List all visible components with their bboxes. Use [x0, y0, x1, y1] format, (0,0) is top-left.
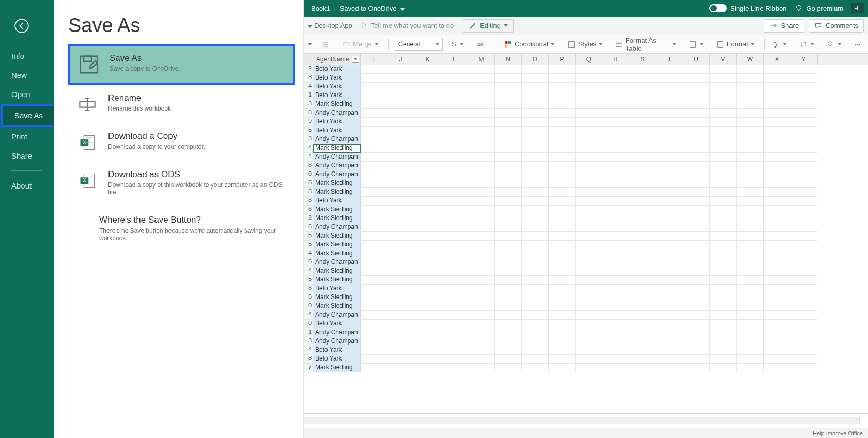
grid-cell[interactable] — [602, 249, 629, 258]
grid-cell[interactable] — [361, 267, 388, 276]
row-id-cell[interactable]: 8 — [304, 285, 313, 293]
grid-cell[interactable] — [522, 170, 549, 179]
grid-cell[interactable] — [629, 232, 656, 241]
grid-cell[interactable] — [656, 91, 683, 100]
grid-cell[interactable] — [549, 223, 576, 232]
column-header[interactable]: O — [522, 54, 549, 65]
grid-cell[interactable] — [414, 144, 441, 153]
tell-me-search[interactable]: Tell me what you want to do — [360, 22, 454, 30]
grid-cell[interactable] — [710, 223, 737, 232]
grid-cell[interactable] — [656, 311, 683, 320]
grid-cell[interactable] — [468, 197, 495, 206]
single-line-ribbon-toggle[interactable]: Single Line Ribbon — [709, 4, 786, 12]
grid-cell[interactable] — [361, 153, 388, 162]
grid-cell[interactable] — [468, 346, 495, 355]
grid-cell[interactable] — [388, 302, 414, 311]
grid-cell[interactable] — [683, 109, 710, 118]
grid-cell[interactable] — [549, 127, 576, 135]
grid-cell[interactable] — [468, 109, 495, 118]
table-row[interactable]: 8Beto Yark — [304, 285, 868, 293]
agent-name-cell[interactable]: Andy Champan — [313, 109, 361, 118]
grid-cell[interactable] — [602, 127, 629, 135]
option-download-ods[interactable]: X Download as ODS Download a copy of thi… — [68, 162, 295, 204]
grid-cell[interactable] — [549, 65, 576, 74]
grid-cell[interactable] — [710, 127, 737, 135]
column-header[interactable]: W — [737, 54, 764, 65]
grid-cell[interactable] — [737, 232, 764, 241]
grid-cell[interactable] — [629, 328, 656, 337]
grid-cell[interactable] — [361, 206, 388, 214]
grid-cell[interactable] — [656, 135, 683, 144]
grid-cell[interactable] — [495, 188, 522, 197]
row-id-cell[interactable]: 3 — [304, 135, 313, 144]
grid-cell[interactable] — [576, 144, 602, 153]
grid-cell[interactable] — [522, 65, 549, 74]
agent-name-cell[interactable]: Beto Yark — [313, 127, 361, 135]
column-header[interactable]: S — [629, 54, 656, 65]
agent-name-cell[interactable]: Beto Yark — [313, 118, 361, 127]
grid-cell[interactable] — [764, 162, 791, 170]
table-row[interactable]: 3Mark Siedling — [304, 100, 868, 109]
grid-cell[interactable] — [361, 328, 388, 337]
grid-cell[interactable] — [522, 249, 549, 258]
grid-cell[interactable] — [522, 241, 549, 249]
grid-cell[interactable] — [576, 91, 602, 100]
grid-cell[interactable] — [629, 170, 656, 179]
row-id-cell[interactable]: 4 — [304, 249, 313, 258]
grid-cell[interactable] — [602, 170, 629, 179]
grid-cell[interactable] — [522, 153, 549, 162]
grid-cell[interactable] — [791, 311, 817, 320]
more-button[interactable]: ⋯ — [851, 39, 864, 50]
table-row[interactable]: 5Andy Champan — [304, 223, 868, 232]
grid-cell[interactable] — [361, 109, 388, 118]
grid-cell[interactable] — [549, 320, 576, 328]
grid-cell[interactable] — [495, 118, 522, 127]
grid-cell[interactable] — [441, 109, 468, 118]
grid-cell[interactable] — [656, 109, 683, 118]
grid-cell[interactable] — [361, 135, 388, 144]
grid-cell[interactable] — [388, 267, 414, 276]
grid-cell[interactable] — [576, 197, 602, 206]
grid-cell[interactable] — [791, 241, 817, 249]
grid-cell[interactable] — [791, 267, 817, 276]
grid-cell[interactable] — [441, 144, 468, 153]
grid-cell[interactable] — [791, 232, 817, 241]
grid-cell[interactable] — [710, 364, 737, 372]
grid-cell[interactable] — [549, 276, 576, 285]
grid-cell[interactable] — [737, 214, 764, 223]
grid-cell[interactable] — [710, 293, 737, 302]
row-id-cell[interactable]: 9 — [304, 118, 313, 127]
grid-cell[interactable] — [764, 232, 791, 241]
grid-cell[interactable] — [764, 267, 791, 276]
row-id-cell[interactable]: 8 — [304, 162, 313, 170]
grid-cell[interactable] — [602, 197, 629, 206]
grid-cell[interactable] — [602, 276, 629, 285]
column-header[interactable]: V — [710, 54, 737, 65]
table-row[interactable]: 2Mark Siedling — [304, 214, 868, 223]
row-id-cell[interactable]: 3 — [304, 74, 313, 83]
grid-cell[interactable] — [414, 109, 441, 118]
table-row[interactable]: 3Andy Champan — [304, 135, 868, 144]
grid-cell[interactable] — [549, 214, 576, 223]
grid-cell[interactable] — [602, 328, 629, 337]
grid-cell[interactable] — [495, 311, 522, 320]
grid-cell[interactable] — [468, 328, 495, 337]
grid-cell[interactable] — [414, 74, 441, 83]
column-header[interactable]: N — [495, 54, 522, 65]
grid-cell[interactable] — [576, 355, 602, 364]
grid-cell[interactable] — [441, 241, 468, 249]
currency-button[interactable]: $ — [449, 39, 467, 50]
grid-cell[interactable] — [468, 311, 495, 320]
grid-cell[interactable] — [710, 83, 737, 91]
grid-cell[interactable] — [495, 320, 522, 328]
grid-cell[interactable] — [683, 83, 710, 91]
grid-cell[interactable] — [764, 170, 791, 179]
grid-cell[interactable] — [361, 241, 388, 249]
grid-cell[interactable] — [683, 135, 710, 144]
grid-cell[interactable] — [388, 214, 414, 223]
grid-cell[interactable] — [549, 100, 576, 109]
grid-cell[interactable] — [737, 241, 764, 249]
grid-cell[interactable] — [495, 293, 522, 302]
grid-cell[interactable] — [468, 293, 495, 302]
grid-cell[interactable] — [388, 188, 414, 197]
